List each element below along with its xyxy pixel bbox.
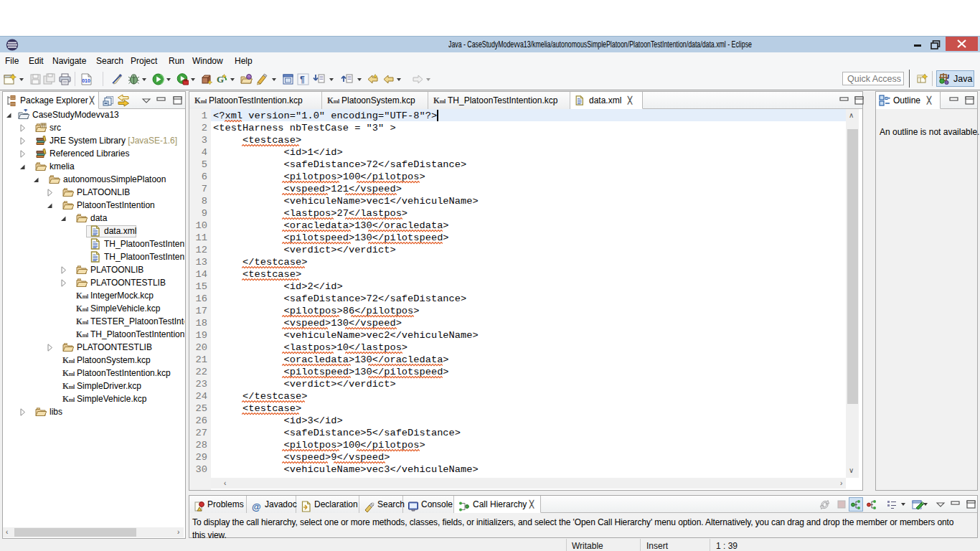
svg-text:J: J [946,73,950,80]
svg-text:010: 010 [82,78,90,83]
svg-text:@: @ [252,501,261,512]
svg-text:¶: ¶ [300,75,305,85]
